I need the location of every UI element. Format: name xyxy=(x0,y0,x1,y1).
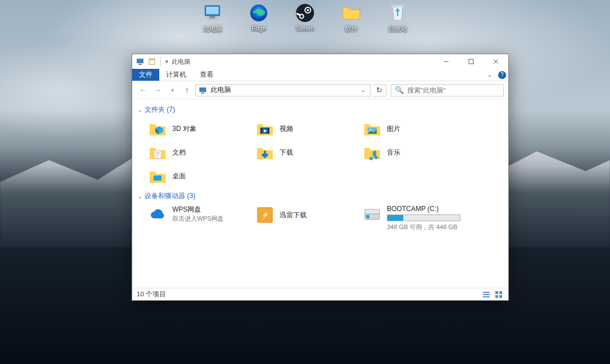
folder-label: 3D 对象 xyxy=(172,124,197,134)
svg-rect-39 xyxy=(495,295,498,298)
view-large-icons-button[interactable] xyxy=(494,290,504,300)
desktop-icon-this-pc[interactable]: 此电脑 xyxy=(195,3,229,33)
view-details-button[interactable] xyxy=(481,290,491,300)
svg-rect-21 xyxy=(260,128,262,134)
music-icon xyxy=(363,143,381,161)
svg-rect-34 xyxy=(483,292,490,293)
quick-access-toolbar: ▾ xyxy=(136,57,168,66)
ribbon-expand-icon[interactable]: ⌄ xyxy=(487,72,492,78)
device-wps-drive[interactable]: WPS网盘 双击进入WPS网盘 xyxy=(146,203,253,234)
navigation-bar: ← → ▾ ↑ 此电脑 ⌄ ↻ 🔍 xyxy=(132,81,508,99)
desktop-icon-steam[interactable]: Steam xyxy=(288,3,322,33)
chevron-down-icon: ⌄ xyxy=(138,107,142,113)
desktop-icon-label: Edge xyxy=(251,25,266,32)
svg-rect-9 xyxy=(391,5,404,7)
svg-point-24 xyxy=(369,129,372,131)
svg-rect-3 xyxy=(207,18,217,20)
edge-icon xyxy=(249,3,268,23)
status-item-count: 10 个项目 xyxy=(137,290,166,299)
address-bar[interactable]: 此电脑 ⌄ xyxy=(195,84,371,97)
this-pc-icon xyxy=(203,3,222,23)
ribbon-tabs: 文件 计算机 查看 ⌄ ? xyxy=(132,69,508,81)
folder-label: 图片 xyxy=(387,124,400,134)
nav-back-button[interactable]: ← xyxy=(137,84,149,97)
desktop-icon-label: Steam xyxy=(296,25,314,32)
desktop-icon-label: 软件 xyxy=(345,25,358,33)
drive-usage-fill xyxy=(387,215,403,221)
nav-up-button[interactable]: ↑ xyxy=(181,84,193,97)
desktop-icon-edge[interactable]: Edge xyxy=(242,3,276,33)
documents-icon xyxy=(149,143,167,161)
device-drive-c[interactable]: BOOTCAMP (C:) 348 GB 可用，共 446 GB xyxy=(360,203,468,234)
tab-computer[interactable]: 计算机 xyxy=(159,69,193,81)
address-this-pc-icon xyxy=(198,86,207,95)
svg-rect-11 xyxy=(138,64,142,65)
svg-rect-18 xyxy=(199,87,206,92)
nav-forward-button[interactable]: → xyxy=(151,84,164,97)
downloads-icon xyxy=(256,143,274,161)
device-xunlei[interactable]: 迅雷下载 xyxy=(253,203,360,227)
folder-downloads[interactable]: 下载 xyxy=(253,141,360,164)
search-icon: 🔍 xyxy=(395,86,404,94)
folder-videos[interactable]: 视频 xyxy=(253,117,360,141)
folder-documents[interactable]: 文档 xyxy=(146,141,253,164)
minimize-button[interactable] xyxy=(434,54,459,69)
svg-rect-37 xyxy=(495,291,498,294)
tab-file[interactable]: 文件 xyxy=(132,69,159,81)
folder-label: 视频 xyxy=(280,124,293,134)
ribbon-help: ⌄ xyxy=(483,69,496,81)
breadcrumb-this-pc[interactable]: 此电脑 xyxy=(211,86,231,94)
folder-music[interactable]: 音乐 xyxy=(360,141,468,164)
svg-rect-13 xyxy=(149,59,155,60)
group-header-devices[interactable]: ⌄ 设备和驱动器 (3) xyxy=(138,188,503,203)
folder-icon xyxy=(342,3,361,23)
recycle-bin-icon xyxy=(388,3,407,23)
svg-rect-22 xyxy=(268,128,269,134)
folder-label: 文档 xyxy=(172,148,186,157)
help-button[interactable]: ? xyxy=(496,69,508,81)
desktop-icons-row: 此电脑 Edge Steam 软件 回收站 xyxy=(0,3,610,33)
maximize-button[interactable] xyxy=(459,54,483,69)
folder-3d-objects[interactable]: 3D 对象 xyxy=(146,117,253,141)
desktop-folder-icon xyxy=(149,167,167,185)
group-header-folders-label: 文件夹 (7) xyxy=(145,105,175,115)
svg-rect-38 xyxy=(499,291,502,294)
window-title: 此电脑 xyxy=(172,58,190,66)
nav-recent-dropdown[interactable]: ▾ xyxy=(166,84,178,97)
folder-pictures[interactable]: 图片 xyxy=(360,117,468,141)
svg-rect-10 xyxy=(137,59,143,63)
qat-dropdown-icon[interactable]: ▾ xyxy=(165,59,168,64)
folder-label: 音乐 xyxy=(387,148,400,157)
qat-properties-icon[interactable] xyxy=(148,58,156,65)
pictures-icon xyxy=(363,120,381,138)
tab-view[interactable]: 查看 xyxy=(193,69,220,81)
explorer-window: ▾ 此电脑 文件 计算机 查看 ⌄ ? ← → ▾ ↑ 此电脑 ⌄ ↻ 🔍 xyxy=(132,54,509,301)
svg-rect-1 xyxy=(206,7,219,14)
svg-rect-15 xyxy=(469,59,473,64)
svg-rect-35 xyxy=(483,294,490,295)
svg-rect-32 xyxy=(365,209,380,214)
drive-icon xyxy=(363,205,381,223)
refresh-button[interactable]: ↻ xyxy=(373,84,386,97)
desktop-icon-recycle-bin[interactable]: 回收站 xyxy=(381,3,415,33)
address-dropdown-icon[interactable]: ⌄ xyxy=(359,87,368,93)
titlebar[interactable]: ▾ 此电脑 xyxy=(132,54,508,69)
search-box[interactable]: 🔍 xyxy=(391,84,504,97)
app-icon xyxy=(136,57,145,66)
folder-desktop[interactable]: 桌面 xyxy=(146,164,253,188)
folder-label: 桌面 xyxy=(172,172,186,181)
xunlei-icon xyxy=(256,206,274,224)
desktop-icon-software[interactable]: 软件 xyxy=(334,3,368,33)
group-header-folders[interactable]: ⌄ 文件夹 (7) xyxy=(138,102,503,117)
chevron-down-icon: ⌄ xyxy=(138,194,142,199)
videos-icon xyxy=(256,120,274,138)
svg-rect-2 xyxy=(210,16,215,18)
desktop-icon-label: 回收站 xyxy=(389,25,407,33)
group-header-devices-label: 设备和驱动器 (3) xyxy=(145,191,195,201)
close-button[interactable] xyxy=(483,54,508,69)
svg-rect-29 xyxy=(154,176,162,181)
content-area[interactable]: ⌄ 文件夹 (7) 3D 对象 视频 图片 文档 下载 xyxy=(132,99,508,288)
device-label: WPS网盘 xyxy=(172,205,224,214)
search-input[interactable] xyxy=(407,87,500,94)
drive-label: BOOTCAMP (C:) xyxy=(387,205,460,213)
